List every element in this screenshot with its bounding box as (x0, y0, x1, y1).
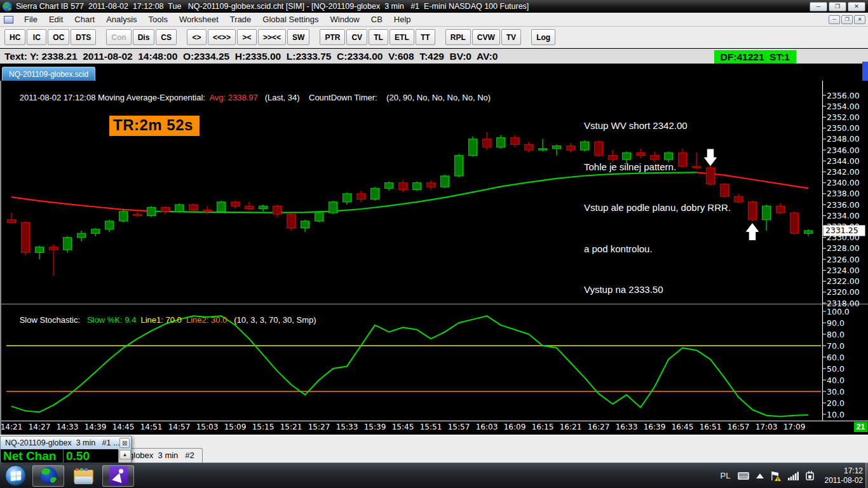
restore-button[interactable]: ❐ (829, 2, 846, 11)
toolbar-button-sw[interactable]: SW (287, 29, 309, 45)
svg-text:16:39: 16:39 (644, 423, 666, 431)
toolbar-button-ptr[interactable]: PTR (320, 29, 345, 45)
scroll-up-icon[interactable]: ▲ (119, 450, 131, 459)
svg-text:2336.00: 2336.00 (827, 200, 860, 210)
svg-text:40.0: 40.0 (827, 376, 844, 385)
svg-text:14:57: 14:57 (168, 423, 191, 431)
toolbar-button-[interactable]: <<>> (208, 29, 236, 45)
menu-edit[interactable]: Edit (43, 15, 69, 24)
stoch-params: (10, 3, 3, 70, 30, Smp) (227, 315, 316, 325)
chart-values-text: Text: Y: 2338.21 2011-08-02 14:48:00 O:2… (4, 51, 498, 62)
tray-expand-icon[interactable] (756, 473, 764, 478)
menu-file[interactable]: File (18, 15, 43, 24)
svg-text:15:15: 15:15 (252, 423, 275, 431)
menu-global-settings[interactable]: Global Settings (257, 15, 324, 24)
menu-chart[interactable]: Chart (69, 15, 100, 24)
mini-window-restore-icon[interactable]: ⊠ (119, 438, 130, 448)
toolbar-button-tt[interactable]: TT (416, 29, 435, 45)
menu-help[interactable]: Help (388, 15, 417, 24)
toolbar-button-rpl[interactable]: RPL (445, 29, 471, 45)
sierra-chart-icon (40, 467, 57, 484)
action-center-flag-icon[interactable] (770, 471, 782, 481)
toolbar-button-dis[interactable]: Dis (133, 29, 155, 45)
keyboard-icon[interactable] (737, 471, 750, 480)
countdown-params: (20, 90, No, No, No, No, No) (386, 93, 491, 102)
start-button[interactable] (5, 465, 26, 486)
stochastic-header: Slow Stochastic: Slow %K: 9.4 Line1: 70.… (6, 306, 316, 334)
quote-mini-window[interactable]: NQ-201109-globex 3 min #1 ... ⊠ Net Chan… (0, 436, 132, 463)
svg-text:2354.00: 2354.00 (827, 102, 860, 111)
toolbar-button-ic[interactable]: IC (27, 29, 46, 45)
svg-text:30.0: 30.0 (827, 387, 844, 396)
mini-window-titlebar[interactable]: NQ-201109-globex 3 min #1 ... ⊠ (1, 437, 131, 449)
svg-text:15:51: 15:51 (420, 423, 442, 431)
svg-text:15:45: 15:45 (392, 423, 414, 431)
stoch-line1-value: Line1: 70.0 (136, 315, 182, 325)
windows-logo-icon (11, 471, 21, 481)
svg-text:50.0: 50.0 (827, 364, 844, 374)
child-close-button[interactable]: ✕ (854, 15, 865, 24)
menu-worksheet[interactable]: Worksheet (173, 15, 224, 24)
toolbar-group: HCICOCDTS (4, 29, 97, 45)
menu-tools[interactable]: Tools (143, 15, 173, 24)
taskbar-app-button[interactable] (102, 465, 134, 487)
language-indicator[interactable]: PL (721, 471, 731, 480)
mini-window-body: Net Chan 0.50 ▲ (1, 449, 131, 463)
svg-text:15:03: 15:03 (196, 423, 219, 431)
svg-text:2344.00: 2344.00 (827, 156, 860, 166)
power-plug-icon[interactable] (805, 471, 816, 481)
svg-text:90.0: 90.0 (827, 318, 844, 328)
toolbar-button-dts[interactable]: DTS (71, 29, 96, 45)
scrollbar-strip[interactable] (862, 62, 868, 81)
clock[interactable]: 17:122011-08-02 (825, 466, 864, 485)
toolbar-button-[interactable]: >><< (258, 29, 286, 45)
net-change-label: Net Chan (1, 449, 64, 463)
svg-text:16:51: 16:51 (700, 423, 722, 431)
svg-text:70.0: 70.0 (827, 341, 844, 351)
toolbar-button-[interactable]: <> (187, 29, 207, 45)
taskbar-sierra-chart-button[interactable] (32, 465, 64, 487)
taskbar-explorer-button[interactable] (67, 465, 99, 487)
toolbar-button-hc[interactable]: HC (4, 29, 25, 45)
stoch-line2-value: Line2: 30.0 (182, 315, 227, 325)
svg-text:2322.00: 2322.00 (827, 276, 860, 286)
child-minimize-button[interactable]: ─ (829, 15, 840, 24)
network-signal-icon[interactable] (788, 471, 799, 480)
tab-nq-globex[interactable]: NQ-201109-globex.scid (2, 67, 95, 81)
svg-text:16:33: 16:33 (616, 423, 638, 431)
menu-analysis[interactable]: Analysis (100, 15, 142, 24)
chart-region: 2356.002354.002352.002350.002348.002346.… (0, 81, 868, 435)
menu-window[interactable]: Window (325, 15, 365, 24)
child-window-icon[interactable] (4, 16, 13, 24)
svg-text:2324.00: 2324.00 (827, 266, 860, 275)
menu-trade[interactable]: Trade (224, 15, 257, 24)
child-restore-button[interactable]: ❐ (841, 15, 853, 24)
toolbar-button-oc[interactable]: OC (48, 29, 69, 45)
close-button[interactable]: ✕ (848, 2, 865, 11)
svg-text:14:45: 14:45 (112, 423, 135, 431)
window-title: Sierra Chart IB 577 2011-08-02 17:12:08 … (16, 2, 810, 11)
svg-text:14:39: 14:39 (85, 423, 107, 431)
trade-note-line: Vstup ale podle planu, dobry RRR. (584, 201, 731, 215)
toolbar-button-etl[interactable]: ETL (390, 29, 414, 45)
toolbar-button-con[interactable]: Con (106, 29, 131, 45)
toolbar-button-log[interactable]: Log (531, 29, 555, 45)
show-desktop-button[interactable] (865, 463, 868, 488)
svg-text:20.0: 20.0 (827, 398, 844, 408)
svg-text:2331.25: 2331.25 (825, 226, 858, 235)
title-bar: Sierra Chart IB 577 2011-08-02 17:12:08 … (0, 0, 868, 13)
minimize-button[interactable]: ─ (810, 2, 827, 11)
toolbar-button-cvw[interactable]: CVW (472, 29, 500, 45)
toolbar-button-cv[interactable]: CV (346, 29, 367, 45)
svg-text:16:27: 16:27 (588, 423, 610, 431)
mini-scrollbar[interactable]: ▲ (118, 449, 131, 463)
toolbar-button-[interactable]: >< (237, 29, 257, 45)
menu-cb[interactable]: CB (365, 15, 388, 24)
svg-text:15:33: 15:33 (336, 423, 358, 431)
svg-text:17:09: 17:09 (783, 423, 806, 431)
svg-text:2356.00: 2356.00 (827, 91, 860, 100)
toolbar-button-cs[interactable]: CS (156, 29, 177, 45)
toolbar-button-tv[interactable]: TV (501, 29, 521, 45)
toolbar-button-tl[interactable]: TL (369, 29, 388, 45)
study-header: 2011-08-02 17:12:08 Moving Average-Expon… (6, 83, 491, 112)
